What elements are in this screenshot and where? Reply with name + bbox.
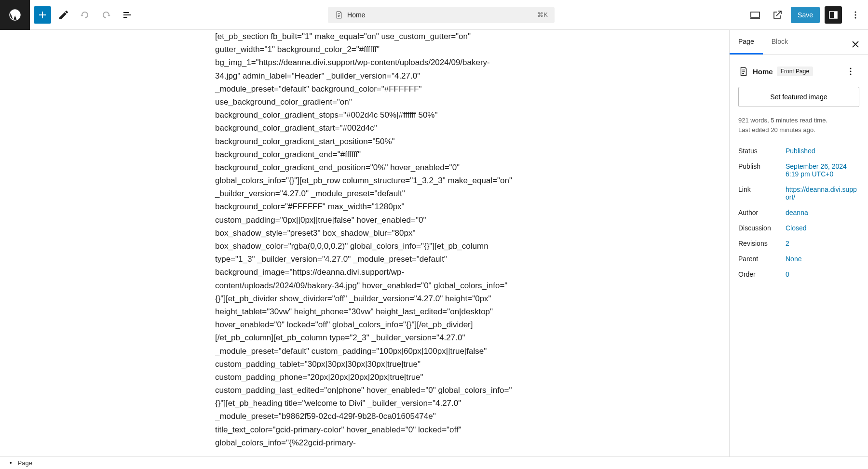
page-meta-text: 921 words, 5 minutes read time. Last edi… — [738, 116, 859, 134]
sidebar-tabs: Page Block — [730, 30, 868, 55]
pencil-icon — [58, 9, 69, 21]
svg-point-1 — [854, 14, 856, 15]
tools-button[interactable] — [55, 6, 72, 24]
row-publish: Publish September 26, 2024 6:19 pm UTC+0 — [738, 159, 859, 182]
options-button[interactable] — [847, 6, 864, 24]
tab-page[interactable]: Page — [730, 30, 763, 54]
value-author[interactable]: deanna — [786, 209, 859, 216]
content-block[interactable]: [et_pb_section fb_built="1" make_equal="… — [205, 30, 524, 456]
breadcrumb-page[interactable]: Page — [18, 459, 32, 467]
svg-point-4 — [850, 71, 852, 72]
meta-words: 921 words, 5 minutes read time. — [738, 116, 859, 125]
row-link: Link https://deanna.divi.support/ — [738, 182, 859, 205]
page-icon — [738, 66, 749, 77]
value-discussion[interactable]: Closed — [786, 224, 859, 232]
view-page-button[interactable] — [769, 6, 786, 24]
sidebar-page-title: Home — [753, 67, 773, 76]
label-discussion: Discussion — [738, 224, 786, 232]
page-icon — [335, 11, 343, 19]
svg-point-0 — [854, 11, 856, 13]
save-button[interactable]: Save — [791, 7, 820, 23]
block-inserter-button[interactable] — [34, 6, 51, 24]
row-parent: Parent None — [738, 251, 859, 267]
list-icon — [122, 9, 133, 21]
view-button[interactable] — [746, 6, 764, 24]
device-icon — [749, 9, 761, 21]
row-discussion: Discussion Closed — [738, 220, 859, 236]
label-status: Status — [738, 147, 786, 155]
value-revisions[interactable]: 2 — [786, 240, 859, 247]
row-status: Status Published — [738, 143, 859, 159]
plus-icon — [37, 9, 48, 21]
more-vertical-icon — [850, 9, 861, 21]
label-author: Author — [738, 209, 786, 216]
redo-icon — [100, 9, 112, 21]
label-revisions: Revisions — [738, 240, 786, 247]
topbar: Home ⌘K Save — [0, 0, 868, 30]
value-order[interactable]: 0 — [786, 270, 859, 278]
undo-button[interactable] — [76, 6, 94, 24]
svg-point-5 — [850, 74, 852, 75]
label-link: Link — [738, 186, 786, 193]
document-overview-button[interactable] — [119, 6, 136, 24]
redo-button[interactable] — [97, 6, 115, 24]
editor-canvas[interactable]: [et_pb_section fb_built="1" make_equal="… — [0, 30, 729, 456]
label-publish: Publish — [738, 162, 786, 170]
settings-sidebar: Page Block Home Front Page Set featured … — [729, 30, 868, 456]
topbar-right: Save — [746, 6, 864, 24]
wordpress-logo[interactable] — [0, 0, 30, 30]
meta-last-edited: Last edited 20 minutes ago. — [738, 125, 859, 135]
sidebar-page-header: Home Front Page — [738, 63, 859, 80]
command-button[interactable]: Home ⌘K — [328, 7, 555, 23]
settings-sidebar-toggle[interactable] — [825, 6, 842, 24]
svg-point-2 — [854, 17, 856, 18]
more-vertical-icon — [845, 66, 856, 77]
row-author: Author deanna — [738, 205, 859, 220]
footer-breadcrumb: • Page — [0, 456, 868, 469]
front-page-badge: Front Page — [777, 67, 813, 76]
external-link-icon — [772, 9, 783, 21]
row-revisions: Revisions 2 — [738, 236, 859, 251]
command-label: Home — [347, 11, 365, 19]
undo-icon — [79, 9, 91, 21]
breadcrumb-bullet: • — [10, 459, 12, 467]
sidebar-body: Home Front Page Set featured image 921 w… — [730, 55, 868, 456]
value-publish[interactable]: September 26, 2024 6:19 pm UTC+0 — [786, 162, 859, 178]
tab-block[interactable]: Block — [763, 30, 797, 54]
sidebar-icon — [827, 9, 839, 21]
label-parent: Parent — [738, 255, 786, 263]
value-link[interactable]: https://deanna.divi.support/ — [786, 186, 859, 201]
label-order: Order — [738, 270, 786, 278]
value-status[interactable]: Published — [786, 147, 859, 155]
row-order: Order 0 — [738, 267, 859, 282]
command-shortcut: ⌘K — [537, 11, 548, 18]
page-actions-button[interactable] — [842, 63, 859, 80]
main: [et_pb_section fb_built="1" make_equal="… — [0, 30, 868, 456]
close-icon — [850, 39, 861, 50]
set-featured-image-button[interactable]: Set featured image — [738, 87, 859, 107]
command-center: Home ⌘K — [140, 7, 743, 23]
svg-point-3 — [850, 68, 852, 69]
close-sidebar-button[interactable] — [847, 36, 864, 53]
value-parent[interactable]: None — [786, 255, 859, 263]
